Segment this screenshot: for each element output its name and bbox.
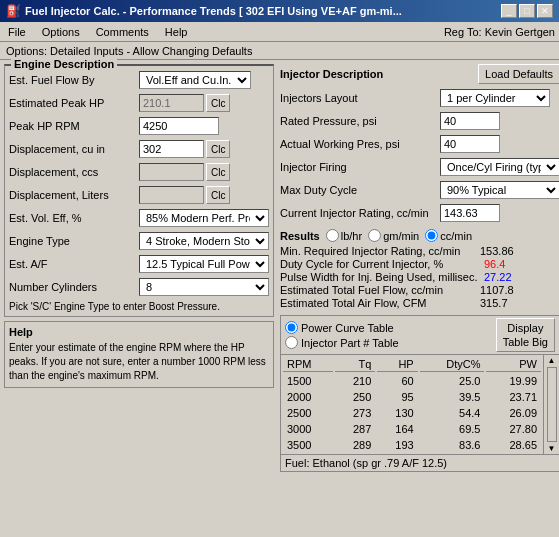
vol-eff-row: Est. Vol. Eff, % 85% Modern Perf. Prod. <box>9 208 269 228</box>
table-scrollbar[interactable]: ▲ ▼ <box>543 355 559 454</box>
injector-part-text: Injector Part # Table <box>301 337 399 349</box>
col-pw: PW <box>486 357 541 372</box>
title-text: Fuel Injector Calc. - Performance Trends… <box>25 5 402 17</box>
pulse-width-row: Pulse Width for Inj. Being Used, millise… <box>280 271 559 283</box>
right-panel: Injector Description Load Defaults Injec… <box>280 64 559 533</box>
injector-desc-header: Injector Description Load Defaults <box>280 64 559 84</box>
injectors-layout-select[interactable]: 1 per Cylinder <box>440 89 550 107</box>
unit-ccmin-radio[interactable] <box>425 229 438 242</box>
scroll-thumb[interactable] <box>547 367 557 442</box>
fuel-flow-by-select[interactable]: Vol.Eff and Cu.In. <box>139 71 251 89</box>
menu-file[interactable]: File <box>4 25 30 39</box>
duty-cycle-label: Duty Cycle for Current Injector, % <box>280 258 480 270</box>
cell-row4-col4: 28.65 <box>486 438 541 452</box>
unit-lbhr-radio[interactable] <box>326 229 339 242</box>
est-af-row: Est. A/F 12.5 Typical Full Power <box>9 254 269 274</box>
cell-row0-col0: 1500 <box>283 374 333 388</box>
peak-hp-rpm-row: Peak HP RPM <box>9 116 269 136</box>
menu-options[interactable]: Options <box>38 25 84 39</box>
rated-pressure-row: Rated Pressure, psi <box>280 111 559 131</box>
estimated-peak-hp-clc[interactable]: Clc <box>206 94 230 112</box>
cell-row4-col0: 3500 <box>283 438 333 452</box>
menu-help[interactable]: Help <box>161 25 192 39</box>
scroll-down-icon[interactable]: ▼ <box>548 444 556 453</box>
cell-row4-col2: 193 <box>377 438 417 452</box>
window-controls: _ □ ✕ <box>501 4 553 18</box>
max-duty-cycle-label: Max Duty Cycle <box>280 184 440 196</box>
displacement-ccs-clc[interactable]: Clc <box>206 163 230 181</box>
unit-lbhr-label[interactable]: lb/hr <box>326 229 362 242</box>
cell-row0-col4: 19.99 <box>486 374 541 388</box>
cell-row2-col0: 2500 <box>283 406 333 420</box>
reg-text: Reg To: Kevin Gertgen <box>444 26 555 38</box>
title-bar-left: ⛽ Fuel Injector Calc. - Performance Tren… <box>6 4 402 18</box>
cell-row1-col3: 39.5 <box>420 390 485 404</box>
unit-lbhr-text: lb/hr <box>341 230 362 242</box>
est-af-label: Est. A/F <box>9 258 139 270</box>
table-radio-group: Power Curve Table Injector Part # Table <box>285 321 399 349</box>
displacement-cuin-clc[interactable]: Clc <box>206 140 230 158</box>
max-duty-cycle-row: Max Duty Cycle 90% Typical <box>280 180 559 200</box>
engine-type-row: Engine Type 4 Stroke, Modern Stock <box>9 231 269 251</box>
displacement-ccs-input <box>139 163 204 181</box>
help-title: Help <box>9 326 269 338</box>
results-title: Results <box>280 230 320 242</box>
menu-bar: File Options Comments Help Reg To: Kevin… <box>0 22 559 42</box>
peak-hp-rpm-label: Peak HP RPM <box>9 120 139 132</box>
scroll-up-icon[interactable]: ▲ <box>548 356 556 365</box>
injector-desc-section: Injector Description Load Defaults Injec… <box>280 64 559 223</box>
rated-pressure-input[interactable] <box>440 112 500 130</box>
col-dtyc: DtyC% <box>420 357 485 372</box>
actual-working-pres-row: Actual Working Pres, psi <box>280 134 559 154</box>
fuel-flow-by-row: Est. Fuel Flow By Vol.Eff and Cu.In. <box>9 70 269 90</box>
max-duty-cycle-select[interactable]: 90% Typical <box>440 181 559 199</box>
vol-eff-select[interactable]: 85% Modern Perf. Prod. <box>139 209 269 227</box>
col-hp: HP <box>377 357 417 372</box>
unit-gmmin-radio[interactable] <box>368 229 381 242</box>
displacement-cuin-row: Displacement, cu in Clc <box>9 139 269 159</box>
unit-gmmin-label[interactable]: gm/min <box>368 229 419 242</box>
engine-type-select[interactable]: 4 Stroke, Modern Stock <box>139 232 269 250</box>
total-fuel-flow-label: Estimated Total Fuel Flow, cc/min <box>280 284 480 296</box>
displacement-liters-clc[interactable]: Clc <box>206 186 230 204</box>
menu-comments[interactable]: Comments <box>92 25 153 39</box>
current-injector-rating-input[interactable] <box>440 204 500 222</box>
unit-ccmin-label[interactable]: cc/min <box>425 229 472 242</box>
cell-row3-col3: 69.5 <box>420 422 485 436</box>
minimize-button[interactable]: _ <box>501 4 517 18</box>
engine-description-title: Engine Description <box>11 58 117 70</box>
unit-ccmin-text: cc/min <box>440 230 472 242</box>
displacement-cuin-input[interactable] <box>139 140 204 158</box>
results-header: Results lb/hr gm/min cc/min <box>280 229 559 242</box>
maximize-button[interactable]: □ <box>519 4 535 18</box>
displacement-liters-row: Displacement, Liters Clc <box>9 185 269 205</box>
app-icon: ⛽ <box>6 4 21 18</box>
power-curve-text: Power Curve Table <box>301 322 394 334</box>
injector-part-label[interactable]: Injector Part # Table <box>285 336 399 349</box>
table-scroll-area: RPM Tq HP DtyC% PW 15002106025.019.99200… <box>281 355 559 454</box>
num-cylinders-select[interactable]: 8 <box>139 278 269 296</box>
displacement-cuin-label: Displacement, cu in <box>9 143 139 155</box>
estimated-peak-hp-input <box>139 94 204 112</box>
load-defaults-button[interactable]: Load Defaults <box>478 64 559 84</box>
est-af-select[interactable]: 12.5 Typical Full Power <box>139 255 269 273</box>
display-table-big-button[interactable]: Display Table Big <box>496 318 555 352</box>
help-text: Enter your estimate of the engine RPM wh… <box>9 341 269 383</box>
close-button[interactable]: ✕ <box>537 4 553 18</box>
cell-row0-col1: 210 <box>335 374 375 388</box>
power-curve-label[interactable]: Power Curve Table <box>285 321 399 334</box>
estimated-peak-hp-label: Estimated Peak HP <box>9 97 139 109</box>
actual-working-pres-label: Actual Working Pres, psi <box>280 138 440 150</box>
displacement-ccs-row: Displacement, ccs Clc <box>9 162 269 182</box>
peak-hp-rpm-input[interactable] <box>139 117 219 135</box>
injector-part-radio[interactable] <box>285 336 298 349</box>
injector-firing-select[interactable]: Once/Cyl Firing (typical) <box>440 158 559 176</box>
actual-working-pres-input[interactable] <box>440 135 500 153</box>
cell-row2-col1: 273 <box>335 406 375 420</box>
estimated-peak-hp-row: Estimated Peak HP Clc <box>9 93 269 113</box>
power-curve-radio[interactable] <box>285 321 298 334</box>
current-injector-rating-row: Current Injector Rating, cc/min <box>280 203 559 223</box>
col-rpm: RPM <box>283 357 333 372</box>
title-bar: ⛽ Fuel Injector Calc. - Performance Tren… <box>0 0 559 22</box>
total-air-flow-value: 315.7 <box>480 297 508 309</box>
